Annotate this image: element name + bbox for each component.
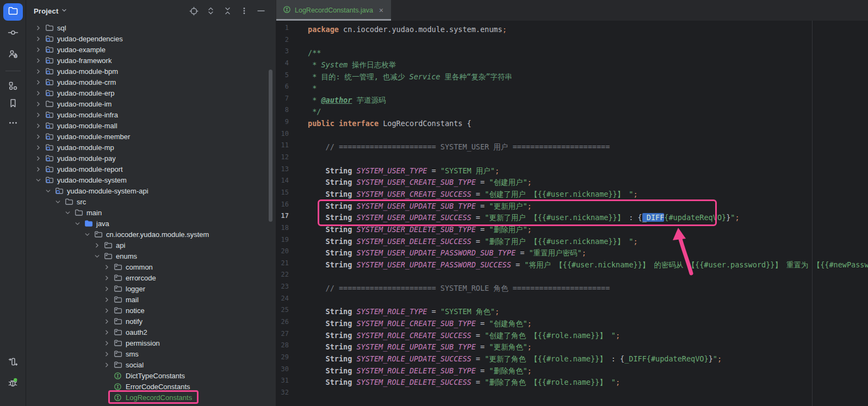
- tree-item-yudao-dependencies[interactable]: yudao-dependencies: [26, 33, 276, 44]
- tree-scrollbar-thumb[interactable]: [269, 70, 272, 222]
- line-number-25[interactable]: 25: [276, 306, 292, 318]
- tree-item-src[interactable]: src: [26, 196, 276, 207]
- tree-item-cn-iocoder-yudao-module-system[interactable]: cn.iocoder.yudao.module.system: [26, 229, 276, 240]
- chevron-down-icon[interactable]: [61, 6, 67, 16]
- tree-item-common[interactable]: common: [26, 261, 276, 272]
- bookmarks-tool-button[interactable]: [3, 96, 23, 113]
- chevron-right-icon[interactable]: [34, 56, 42, 65]
- tree-item-dicttypeconstants[interactable]: DictTypeConstants: [26, 370, 276, 381]
- tree-item-notice[interactable]: notice: [26, 305, 276, 316]
- line-number-1[interactable]: 1: [276, 24, 292, 36]
- tree-item-logrecordconstants[interactable]: LogRecordConstants: [26, 392, 276, 403]
- tree-item-logger[interactable]: logger: [26, 283, 276, 294]
- tree-item-yudao-module-im[interactable]: yudao-module-im: [26, 98, 276, 109]
- chevron-right-icon[interactable]: [92, 241, 101, 249]
- tree-item-yudao-module-pay[interactable]: yudao-module-pay: [26, 153, 276, 164]
- tree-item-yudao-module-system[interactable]: yudao-module-system: [26, 174, 276, 185]
- commit-tool-button[interactable]: [3, 25, 23, 42]
- chevron-down-icon[interactable]: [73, 219, 82, 228]
- line-number-21[interactable]: 21: [276, 259, 292, 271]
- chevron-right-icon[interactable]: [102, 284, 111, 293]
- line-number-20[interactable]: 20: [276, 247, 292, 259]
- chevron-right-icon[interactable]: [34, 154, 42, 163]
- line-number-29[interactable]: 29: [276, 353, 292, 365]
- line-number-2[interactable]: 2: [276, 36, 292, 48]
- tree-item-yudao-module-member[interactable]: yudao-module-member: [26, 131, 276, 142]
- tree-item-sms[interactable]: sms: [26, 348, 276, 359]
- chevron-right-icon[interactable]: [102, 328, 111, 336]
- line-number-6[interactable]: 6: [276, 83, 292, 95]
- chevron-right-icon[interactable]: [34, 99, 42, 108]
- tree-item-notify[interactable]: notify: [26, 316, 276, 327]
- line-number-32[interactable]: 32: [276, 389, 292, 401]
- line-number-15[interactable]: 15: [276, 189, 292, 201]
- chevron-right-icon[interactable]: [34, 132, 42, 141]
- line-number-31[interactable]: 31: [276, 377, 292, 389]
- tree-item-yudao-module-report[interactable]: yudao-module-report: [26, 164, 276, 174]
- chevron-right-icon[interactable]: [34, 110, 42, 119]
- structure-tool-button[interactable]: [3, 78, 23, 96]
- close-icon[interactable]: ×: [379, 7, 383, 14]
- code-editor[interactable]: 1234567891011121314151617181920212223242…: [276, 21, 868, 406]
- chevron-right-icon[interactable]: [34, 67, 42, 76]
- project-panel-title[interactable]: Project: [34, 7, 58, 15]
- line-number-10[interactable]: 10: [276, 130, 292, 142]
- line-number-7[interactable]: 7: [276, 95, 292, 107]
- line-number-24[interactable]: 24: [276, 295, 292, 307]
- chevron-right-icon[interactable]: [34, 89, 42, 97]
- chevron-down-icon[interactable]: [63, 208, 72, 217]
- tree-item-enums[interactable]: enums: [26, 251, 276, 261]
- chevron-right-icon[interactable]: [102, 360, 111, 369]
- tree-item-oauth2[interactable]: oauth2: [26, 327, 276, 338]
- line-number-16[interactable]: 16: [276, 201, 292, 213]
- tree-item-yudao-framework[interactable]: yudao-framework: [26, 55, 276, 66]
- tree-item-yudao-module-system-api[interactable]: yudao-module-system-api: [26, 185, 276, 196]
- tree-item-yudao-module-erp[interactable]: yudao-module-erp: [26, 88, 276, 98]
- line-number-22[interactable]: 22: [276, 271, 292, 283]
- tree-item-yudao-module-mp[interactable]: yudao-module-mp: [26, 142, 276, 153]
- chevron-right-icon[interactable]: [34, 34, 42, 43]
- line-number-23[interactable]: 23: [276, 283, 292, 295]
- line-number-17[interactable]: 17: [276, 212, 292, 224]
- tree-item-yudao-module-crm[interactable]: yudao-module-crm: [26, 77, 276, 88]
- line-number-18[interactable]: 18: [276, 224, 292, 236]
- chevron-right-icon[interactable]: [102, 295, 111, 304]
- chevron-down-icon[interactable]: [34, 176, 42, 184]
- tree-item-mail[interactable]: mail: [26, 294, 276, 305]
- pull-requests-tool-button[interactable]: ?: [3, 46, 23, 64]
- line-number-4[interactable]: 4: [276, 59, 292, 71]
- chevron-right-icon[interactable]: [102, 263, 111, 271]
- tab-logrecordconstants[interactable]: LogRecordConstants.java ×: [276, 0, 391, 21]
- hide-panel-icon[interactable]: [256, 6, 266, 16]
- line-number-3[interactable]: 3: [276, 47, 292, 59]
- chevron-down-icon[interactable]: [83, 230, 91, 239]
- locate-opened-file-icon[interactable]: [189, 6, 199, 16]
- tree-item-errorcodeconstants[interactable]: ErrorCodeConstants: [26, 381, 276, 392]
- line-number-27[interactable]: 27: [276, 330, 292, 342]
- chevron-right-icon[interactable]: [34, 23, 42, 32]
- line-number-26[interactable]: 26: [276, 318, 292, 330]
- line-number-9[interactable]: 9: [276, 118, 292, 130]
- line-number-5[interactable]: 5: [276, 71, 292, 83]
- line-number-19[interactable]: 19: [276, 236, 292, 248]
- expand-all-icon[interactable]: [206, 6, 215, 16]
- chevron-right-icon[interactable]: [34, 165, 42, 173]
- chevron-right-icon[interactable]: [102, 273, 111, 282]
- line-number-8[interactable]: 8: [276, 106, 292, 118]
- line-number-11[interactable]: 11: [276, 141, 292, 153]
- chevron-down-icon[interactable]: [53, 197, 62, 206]
- chevron-down-icon[interactable]: [92, 252, 101, 260]
- more-options-icon[interactable]: [239, 6, 249, 16]
- tree-item-yudao-example[interactable]: yudao-example: [26, 44, 276, 55]
- tree-item-api[interactable]: api: [26, 240, 276, 251]
- services-tool-button[interactable]: [3, 354, 23, 372]
- editor-gutter[interactable]: 1234567891011121314151617181920212223242…: [276, 24, 292, 401]
- tree-item-yudao-module-bpm[interactable]: yudao-module-bpm: [26, 66, 276, 77]
- tree-item-social[interactable]: social: [26, 359, 276, 370]
- tree-item-yudao-module-mall[interactable]: yudao-module-mall: [26, 120, 276, 131]
- tree-item-permission[interactable]: permission: [26, 338, 276, 348]
- tree-item-sql[interactable]: sql: [26, 22, 276, 33]
- line-number-12[interactable]: 12: [276, 153, 292, 165]
- more-tool-windows-button[interactable]: [3, 115, 23, 133]
- line-number-13[interactable]: 13: [276, 165, 292, 177]
